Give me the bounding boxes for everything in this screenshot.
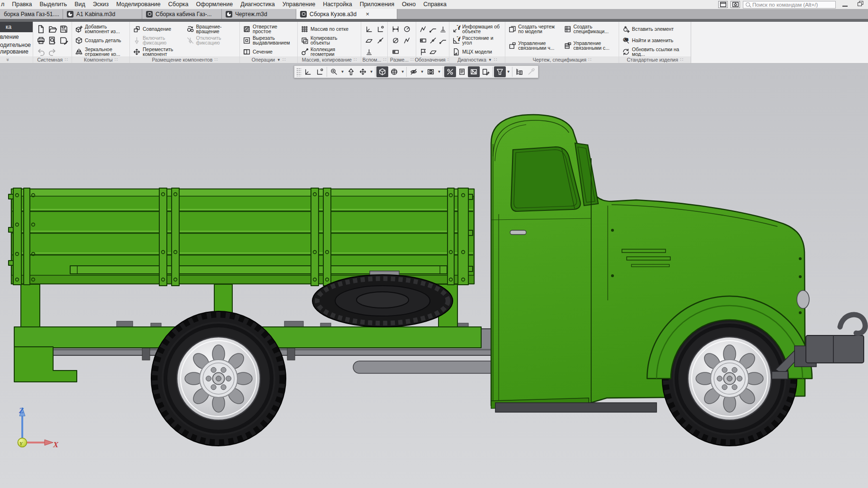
dim-grid-button[interactable]	[392, 48, 400, 56]
leader-button[interactable]	[429, 25, 437, 33]
tab-sborka-rama[interactable]: борка Рама Газ-51....	[0, 9, 63, 19]
insert-element-button[interactable]: Вставить элемент	[621, 23, 689, 35]
object-info-button[interactable]: Информация об объекте	[451, 23, 503, 35]
undo-button[interactable]	[37, 47, 46, 56]
mode-item[interactable]: вление	[0, 32, 33, 40]
roughness-button[interactable]	[419, 25, 427, 33]
mode-item-2line[interactable]: одительное лирование	[0, 40, 33, 55]
sketch-lcs-button[interactable]	[302, 66, 314, 77]
angle-dim-button[interactable]	[403, 36, 411, 45]
move-dropdown[interactable]: ▼	[369, 70, 374, 74]
toolbar-drag-handle[interactable]	[296, 68, 301, 76]
diameter-dim-button[interactable]	[392, 36, 400, 45]
rear-wheel[interactable]	[151, 311, 286, 446]
filter-dropdown[interactable]: ▼	[506, 70, 511, 74]
section-display-button[interactable]	[425, 66, 437, 77]
hidden-lines-button[interactable]	[408, 66, 420, 77]
search-input[interactable]	[752, 2, 833, 8]
surface-mark-button[interactable]	[429, 48, 437, 56]
grid-pattern-button[interactable]: Массив по сетке	[300, 23, 359, 35]
mode-item-selected[interactable]: ка	[0, 22, 33, 32]
display-dropdown[interactable]: ▼	[420, 70, 425, 74]
truck-3d-model[interactable]: Z X Y	[0, 63, 868, 488]
section-button[interactable]: Сечение	[242, 46, 295, 56]
zoom-area-button[interactable]	[328, 66, 340, 77]
tab-chertezh-m3d[interactable]: Чертеж.m3d	[222, 9, 296, 19]
find-replace-button[interactable]: Найти и заменить	[621, 35, 689, 46]
command-search[interactable]	[743, 1, 836, 9]
zoom-fit-button[interactable]	[345, 66, 357, 77]
radial-dim-button[interactable]	[403, 25, 411, 33]
menu-file-cut[interactable]: л	[0, 0, 8, 9]
geometry-collection-button[interactable]: Коллекция геометрии	[300, 46, 359, 56]
orientation-dropdown[interactable]: ▼	[400, 70, 405, 74]
minimize-button[interactable]	[839, 1, 851, 8]
add-component-button[interactable]: Добавить компонент из...	[74, 23, 128, 35]
measure-button[interactable]	[513, 66, 525, 77]
aux-axis-button[interactable]	[365, 48, 373, 56]
menu-modeling[interactable]: Моделирование	[112, 0, 164, 9]
filter-objects-button[interactable]	[494, 66, 506, 77]
tab-sborka-kabina[interactable]: Сборка кабина Газ-...	[142, 9, 222, 19]
textures-button[interactable]	[468, 66, 480, 77]
refresh-links-button[interactable]: Обновить ссылки на мод...	[621, 46, 689, 56]
simplification-button[interactable]	[444, 66, 456, 77]
mark-button[interactable]	[429, 36, 437, 45]
position-button[interactable]	[439, 36, 447, 45]
open-document-button[interactable]	[48, 25, 57, 34]
menu-view[interactable]: Вид	[71, 0, 89, 9]
copy-objects-button[interactable]: Копировать объекты	[300, 35, 359, 46]
tab-sborka-kuzov-active[interactable]: Сборка Кузов.a3d ×	[296, 9, 397, 19]
aux-axes-button[interactable]	[365, 25, 373, 33]
cut-extrude-button[interactable]: Вырезать выдавливанием	[242, 35, 295, 46]
menu-help[interactable]: Справка	[420, 0, 450, 9]
menu-assembly[interactable]: Сборка	[164, 0, 192, 9]
rotation-rotation-button[interactable]: Вращение-вращение	[185, 23, 238, 35]
mass-properties-button[interactable]: МЦХ модели	[451, 46, 503, 56]
menu-annotation[interactable]: Оформление	[192, 0, 237, 9]
linked-specs-button[interactable]: Управление связанными с...	[563, 40, 617, 51]
save-as-button[interactable]	[59, 36, 68, 45]
eyedropper-button[interactable]	[525, 66, 537, 77]
mate-coincident-button[interactable]: Совпадение	[132, 23, 184, 35]
menu-sketch[interactable]: Эскиз	[89, 0, 112, 9]
edit-in-place-button[interactable]	[480, 66, 492, 77]
new-document-button[interactable]	[37, 25, 46, 34]
print-button[interactable]	[37, 36, 46, 45]
aux-point-button[interactable]	[376, 36, 384, 45]
window-layout-button[interactable]	[718, 1, 728, 8]
distance-angle-button[interactable]: Расстояние и угол	[451, 35, 503, 46]
menu-apps[interactable]: Приложения	[356, 0, 398, 9]
screen-options-button[interactable]	[731, 1, 740, 8]
enable-fix-button[interactable]: Включить фиксацию	[132, 35, 184, 46]
menu-settings[interactable]: Настройка	[319, 0, 356, 9]
save-button[interactable]	[59, 25, 68, 34]
linear-dim-button[interactable]	[392, 25, 400, 33]
restore-button[interactable]	[854, 1, 866, 8]
print-preview-button[interactable]	[48, 36, 57, 45]
aux-lcs-button[interactable]	[376, 25, 384, 33]
local-cs-button[interactable]	[314, 66, 326, 77]
disable-fix-button[interactable]: Отключить фиксацию	[185, 35, 238, 46]
create-part-button[interactable]: Создать деталь	[74, 35, 128, 46]
sheet-params-button[interactable]	[456, 66, 468, 77]
mirror-component-button[interactable]: Зеркальное отражение ко...	[74, 46, 128, 56]
3d-viewport[interactable]: Z X Y ▼ ▼ ▼ ▼ ▼ ▼	[0, 63, 868, 488]
menu-diagnostics[interactable]: Диагностика	[237, 0, 278, 9]
move-view-button[interactable]	[357, 66, 369, 77]
tab-kabina-m3d[interactable]: A1 Kabina.m3d	[63, 9, 142, 19]
menu-select[interactable]: Выделить	[36, 0, 71, 9]
section-dropdown[interactable]: ▼	[437, 70, 442, 74]
orientation-sphere-button[interactable]	[388, 66, 400, 77]
move-component-button[interactable]: Переместить компонент	[132, 46, 184, 56]
aux-plane-button[interactable]	[365, 36, 373, 45]
tolerance-button[interactable]	[419, 36, 427, 45]
menu-window[interactable]: Окно	[398, 0, 420, 9]
zoom-dropdown[interactable]: ▼	[340, 70, 345, 74]
orientation-cube-button[interactable]	[376, 66, 388, 77]
panel-collapse-row[interactable]: »	[0, 56, 33, 63]
datum-button[interactable]	[439, 25, 447, 33]
close-tab-icon[interactable]: ×	[364, 10, 371, 18]
menu-edit[interactable]: Правка	[8, 0, 36, 9]
flag-note-button[interactable]	[419, 48, 427, 56]
